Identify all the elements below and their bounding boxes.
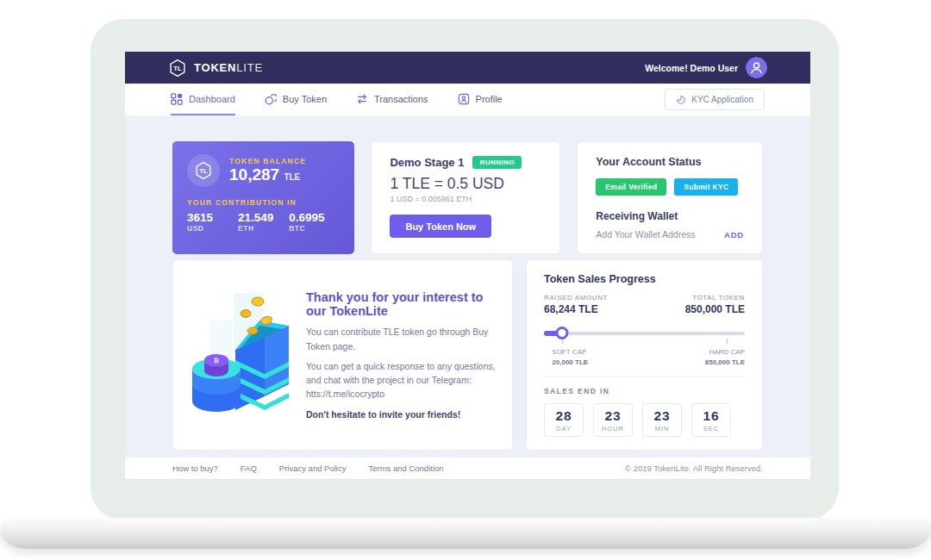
receiving-wallet-title: Receiving Wallet: [596, 210, 744, 222]
welcome-title: Thank you for your interest to our Token…: [306, 290, 497, 318]
account-status-card: Your Account Status Email Verified Submi…: [577, 141, 763, 254]
token-rate: 1 TLE = 0.5 USD: [390, 175, 541, 193]
countdown-day: 28 DAY: [544, 403, 584, 437]
token-balance-card: TL TOKEN BALANCE 10,287 TLE YOUR CONTRIB…: [172, 141, 354, 254]
running-status-badge: RUNNING: [472, 156, 522, 169]
contribution-btc: 0.6995 BTC: [289, 211, 340, 233]
site-window: TL TOKENLITE Welcome! Demo User: [125, 52, 810, 479]
invite-friends-text: Don't hesitate to invite your friends!: [306, 409, 497, 420]
brand-name: TOKENLITE: [194, 61, 263, 74]
laptop-screen: TL TOKENLITE Welcome! Demo User: [91, 19, 839, 520]
footer-link-how-to-buy[interactable]: How to buy?: [172, 464, 218, 473]
user-icon[interactable]: [746, 57, 767, 78]
coins-stack-illustration: ₿: [184, 286, 297, 424]
usd-eth-rate: 1 USD = 0.005961 ETH: [390, 195, 541, 203]
coins-icon: [265, 93, 277, 105]
divider: [544, 376, 745, 377]
site-footer: How to buy? FAQ Privacy and Policy Terms…: [125, 457, 810, 479]
svg-text:₿: ₿: [214, 357, 220, 364]
sale-stage-card: Demo Stage 1 RUNNING 1 TLE = 0.5 USD 1 U…: [371, 141, 560, 254]
main-nav: Dashboard Buy Token: [125, 84, 810, 116]
swap-arrows-icon: [356, 93, 368, 105]
pie-disc-icon: [676, 95, 686, 105]
balance-header: TL TOKEN BALANCE 10,287 TLE: [187, 154, 340, 187]
submit-kyc-badge[interactable]: Submit KYC: [674, 178, 738, 196]
countdown: 28 DAY 23 HOUR 23 MIN: [544, 403, 745, 437]
wallet-address-hint: Add Your Wallet Address: [596, 229, 695, 240]
contribution-label: YOUR CONTRIBUTION IN: [187, 198, 340, 207]
sales-end-label: SALES END IN: [544, 387, 745, 395]
nav-items: Dashboard Buy Token: [171, 84, 503, 115]
footer-link-privacy[interactable]: Privacy and Policy: [279, 464, 347, 473]
footer-link-faq[interactable]: FAQ: [241, 464, 257, 473]
svg-text:TL: TL: [173, 65, 182, 72]
laptop-mockup: TL TOKENLITE Welcome! Demo User: [0, 0, 931, 560]
kyc-button-label: KYC Application: [691, 95, 753, 104]
contribution-eth: 21.549 ETH: [238, 211, 289, 233]
account-status-title: Your Account Status: [596, 156, 744, 168]
email-verified-badge[interactable]: Email Verified: [596, 178, 666, 196]
welcome-paragraph-2: You can get a quick response to any ques…: [306, 359, 497, 401]
summary-row: TL TOKEN BALANCE 10,287 TLE YOUR CONTRIB…: [172, 141, 763, 246]
progress-knob[interactable]: [555, 327, 568, 339]
footer-link-terms[interactable]: Terms and Condition: [368, 464, 443, 473]
soft-cap-label: SOFT CAP 20,000 TLE: [552, 347, 588, 368]
buy-token-now-button[interactable]: Buy Token Now: [390, 215, 491, 238]
dashboard-content: TL TOKEN BALANCE 10,287 TLE YOUR CONTRIB…: [125, 116, 810, 457]
hard-cap-label: HARD CAP 850,000 TLE: [705, 347, 745, 368]
contribution-row: 3615 USD 21.549 ETH 0.6995 BTC: [187, 211, 340, 233]
grid-icon: [171, 93, 183, 105]
raised-amount: RAISED AMOUNT 68,244 TLE: [544, 294, 608, 315]
sales-progress-slider: [544, 327, 745, 339]
nav-label: Dashboard: [189, 94, 235, 104]
token-balance-value: 10,287 TLE: [229, 165, 306, 184]
contribution-usd: 3615 USD: [187, 211, 238, 233]
welcome-message-card: ₿ Thank you for your interest to our Tok…: [172, 259, 513, 451]
tokenlite-cube-icon: TL: [187, 154, 220, 187]
kyc-application-button[interactable]: KYC Application: [665, 89, 765, 110]
countdown-hour: 23 HOUR: [593, 403, 633, 437]
user-card-icon: [458, 93, 470, 105]
nav-label: Buy Token: [283, 94, 327, 104]
progress-title: Token Sales Progress: [544, 273, 745, 285]
nav-item-buy-token[interactable]: Buy Token: [265, 84, 327, 115]
token-balance-label: TOKEN BALANCE: [229, 157, 306, 165]
stage-title: Demo Stage 1: [390, 156, 464, 169]
svg-text:TL: TL: [199, 167, 208, 175]
brand: TL TOKENLITE: [168, 59, 263, 78]
nav-item-dashboard[interactable]: Dashboard: [171, 84, 235, 115]
countdown-min: 23 MIN: [642, 403, 682, 437]
welcome-message-text: Thank you for your interest to our Token…: [306, 290, 497, 419]
user-area: Welcome! Demo User: [645, 57, 767, 78]
app-header: TL TOKENLITE Welcome! Demo User: [125, 52, 810, 84]
nav-item-transactions[interactable]: Transactions: [356, 84, 428, 115]
detail-row: ₿ Thank you for your interest to our Tok…: [172, 259, 763, 423]
token-sales-progress-card: Token Sales Progress RAISED AMOUNT 68,24…: [526, 259, 763, 451]
total-token: TOTAL TOKEN 850,000 TLE: [685, 294, 745, 315]
nav-item-profile[interactable]: Profile: [458, 84, 503, 115]
add-wallet-link[interactable]: ADD: [724, 230, 744, 240]
nav-label: Transactions: [374, 94, 428, 104]
copyright-text: © 2019 TokenLite. All Right Reserved.: [625, 464, 763, 473]
progress-track: [544, 332, 745, 335]
countdown-sec: 16 SEC: [691, 403, 731, 437]
welcome-paragraph-1: You can contribute TLE token go through …: [306, 325, 497, 353]
nav-label: Profile: [476, 94, 503, 104]
laptop-base: [0, 518, 931, 549]
hard-cap-tick: [727, 339, 728, 344]
tokenlite-cube-icon: TL: [168, 59, 187, 78]
welcome-text: Welcome! Demo User: [645, 63, 738, 73]
